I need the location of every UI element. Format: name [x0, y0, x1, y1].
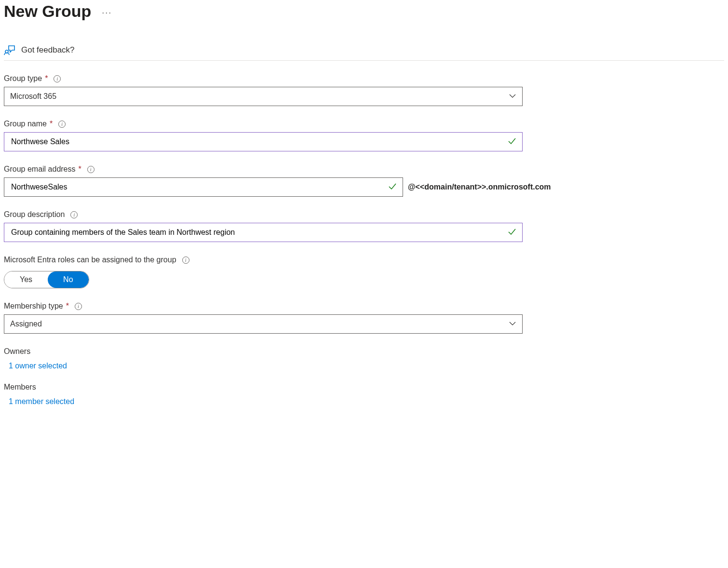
- field-label-row: Group email address * i: [4, 165, 724, 174]
- required-marker: *: [66, 304, 69, 308]
- field-label-row: Group description i: [4, 210, 724, 219]
- field-group-description: Group description i: [4, 210, 724, 242]
- group-type-value: Microsoft 365: [10, 92, 56, 101]
- info-icon[interactable]: i: [182, 257, 189, 264]
- members-selected-link[interactable]: 1 member selected: [4, 397, 724, 406]
- page-header: New Group ···: [4, 0, 724, 21]
- checkmark-icon: [508, 137, 516, 147]
- roles-assignable-label: Microsoft Entra roles can be assigned to…: [4, 256, 176, 264]
- owners-heading: Owners: [4, 347, 724, 356]
- field-membership-type: Membership type * i Assigned: [4, 302, 724, 334]
- roles-toggle[interactable]: Yes No: [4, 271, 89, 288]
- toggle-option-no[interactable]: No: [48, 271, 88, 288]
- required-marker: *: [50, 122, 53, 126]
- owners-selected-link[interactable]: 1 owner selected: [4, 362, 724, 370]
- group-type-label: Group type: [4, 74, 42, 83]
- chevron-down-icon: [509, 92, 516, 101]
- group-description-label: Group description: [4, 210, 65, 219]
- feedback-link[interactable]: Got feedback?: [4, 45, 724, 61]
- info-icon[interactable]: i: [70, 211, 78, 218]
- group-email-label: Group email address: [4, 165, 76, 174]
- required-marker: *: [79, 167, 81, 171]
- field-label-row: Group type * i: [4, 74, 724, 83]
- field-label-row: Group name * i: [4, 120, 724, 128]
- group-email-input-wrap: [4, 177, 403, 197]
- checkmark-icon: [508, 228, 516, 238]
- info-icon[interactable]: i: [87, 166, 94, 173]
- field-label-row: Membership type * i: [4, 302, 724, 311]
- members-heading: Members: [4, 383, 724, 392]
- form-area: Group type * i Microsoft 365 Group name …: [4, 74, 724, 406]
- field-roles-assignable: Microsoft Entra roles can be assigned to…: [4, 256, 724, 288]
- more-actions-icon[interactable]: ···: [102, 5, 112, 18]
- group-description-input-wrap: [4, 223, 523, 242]
- members-section: Members 1 member selected: [4, 383, 724, 406]
- group-name-input[interactable]: [10, 137, 508, 147]
- checkmark-icon: [388, 182, 397, 192]
- field-group-name: Group name * i: [4, 120, 724, 151]
- membership-type-select[interactable]: Assigned: [4, 314, 523, 334]
- membership-type-value: Assigned: [10, 320, 42, 328]
- info-icon[interactable]: i: [54, 75, 61, 82]
- group-name-input-wrap: [4, 132, 523, 151]
- owners-section: Owners 1 owner selected: [4, 347, 724, 370]
- required-marker: *: [45, 77, 48, 81]
- email-row: @<<domain/tenant>>.onmicrosoft.com: [4, 177, 724, 197]
- info-icon[interactable]: i: [58, 121, 66, 128]
- page-title: New Group: [4, 2, 91, 21]
- field-group-type: Group type * i Microsoft 365: [4, 74, 724, 106]
- feedback-icon: [4, 45, 15, 55]
- email-domain-suffix: @<<domain/tenant>>.onmicrosoft.com: [408, 183, 551, 191]
- group-email-input[interactable]: [10, 182, 388, 192]
- group-description-input[interactable]: [10, 228, 508, 237]
- toggle-option-yes[interactable]: Yes: [4, 271, 48, 288]
- group-name-label: Group name: [4, 120, 47, 128]
- membership-type-label: Membership type: [4, 302, 63, 311]
- feedback-label: Got feedback?: [21, 45, 75, 55]
- field-label-row: Microsoft Entra roles can be assigned to…: [4, 256, 724, 264]
- info-icon[interactable]: i: [75, 303, 82, 310]
- chevron-down-icon: [509, 320, 516, 329]
- field-group-email: Group email address * i @<<domain/tenant…: [4, 165, 724, 197]
- group-type-select[interactable]: Microsoft 365: [4, 87, 523, 106]
